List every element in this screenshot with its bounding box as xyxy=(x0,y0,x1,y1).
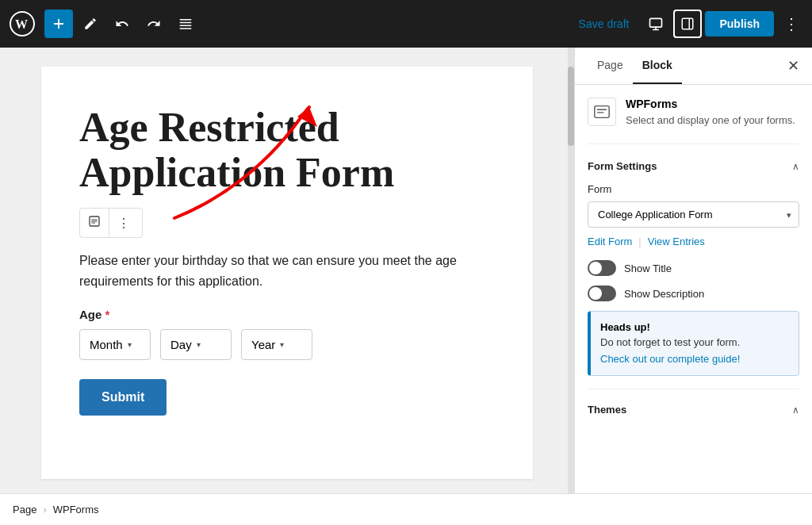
field-label: Age * xyxy=(79,308,495,321)
editor-wrapper: Age Restricted Application Form ⋮ Please… xyxy=(0,48,574,493)
show-description-toggle[interactable] xyxy=(588,285,616,301)
heads-up-text: Do not forget to test your form. xyxy=(600,336,789,348)
heads-up-box: Heads up! Do not forget to test your for… xyxy=(588,311,799,376)
form-select[interactable]: College Application Form xyxy=(588,201,799,228)
undo-button[interactable] xyxy=(108,10,136,38)
form-settings-chevron[interactable]: ∧ xyxy=(792,161,799,172)
block-icon-button[interactable] xyxy=(80,209,109,237)
heads-up-title: Heads up! xyxy=(600,321,789,333)
year-select[interactable]: Year ▾ xyxy=(241,329,312,360)
form-select-wrapper: College Application Form ▾ xyxy=(588,201,799,228)
themes-title: Themes xyxy=(588,404,626,416)
form-field-label: Form xyxy=(588,183,799,195)
list-view-button[interactable] xyxy=(171,10,200,38)
breadcrumb-page: Page xyxy=(13,504,36,515)
wpforms-info: WPForms Select and display one of your f… xyxy=(626,98,795,128)
show-description-row: Show Description xyxy=(588,285,799,301)
show-title-toggle[interactable] xyxy=(588,260,616,276)
redo-button[interactable] xyxy=(140,10,168,38)
page-title: Age Restricted Application Form xyxy=(79,105,495,195)
editor-canvas: Age Restricted Application Form ⋮ Please… xyxy=(41,67,533,479)
tools-button[interactable] xyxy=(76,10,105,38)
svg-rect-2 xyxy=(650,18,662,27)
edit-form-link[interactable]: Edit Form xyxy=(588,236,632,247)
svg-rect-5 xyxy=(595,106,609,118)
tab-page[interactable]: Page xyxy=(588,48,633,84)
tab-block[interactable]: Block xyxy=(633,48,682,84)
svg-rect-3 xyxy=(683,18,694,29)
main-area: Age Restricted Application Form ⋮ Please… xyxy=(0,48,812,493)
wp-logo: W xyxy=(6,8,38,40)
editor-scrollbar-thumb[interactable] xyxy=(568,67,574,146)
form-settings-header: Form Settings ∧ xyxy=(588,157,799,172)
sidebar-close-button[interactable]: ✕ xyxy=(787,48,799,84)
svg-text:W: W xyxy=(15,17,28,31)
sidebar: Page Block ✕ WPForms Select and display … xyxy=(574,48,812,493)
themes-section: Themes ∧ xyxy=(588,389,799,416)
themes-header: Themes ∧ xyxy=(588,400,799,416)
link-separator: | xyxy=(638,236,641,247)
wpforms-icon xyxy=(588,98,616,126)
wpforms-description: Select and display one of your forms. xyxy=(626,113,795,128)
form-links: Edit Form | View Entries xyxy=(588,236,799,247)
form-description: Please enter your birthday so that we ca… xyxy=(79,251,495,291)
submit-button[interactable]: Submit xyxy=(79,379,167,416)
toolbar: W Save draft Publish ⋮ xyxy=(0,0,812,48)
view-button[interactable] xyxy=(642,10,670,38)
sidebar-content: WPForms Select and display one of your f… xyxy=(575,85,812,493)
day-select[interactable]: Day ▾ xyxy=(160,329,232,360)
form-settings-title: Form Settings xyxy=(588,160,657,172)
view-entries-link[interactable]: View Entries xyxy=(648,236,705,247)
sidebar-tabs: Page Block ✕ xyxy=(575,48,812,85)
show-title-thumb xyxy=(589,262,602,274)
block-toolbar: ⋮ xyxy=(79,208,143,238)
breadcrumb-wpforms: WPForms xyxy=(53,504,99,515)
show-description-thumb xyxy=(589,287,602,300)
month-select[interactable]: Month ▾ xyxy=(79,329,151,360)
date-fields: Month ▾ Day ▾ Year ▾ xyxy=(79,329,495,360)
block-more-button[interactable]: ⋮ xyxy=(109,209,138,237)
required-indicator: * xyxy=(105,308,110,321)
breadcrumb-separator: › xyxy=(43,504,46,515)
sidebar-toggle-button[interactable] xyxy=(673,10,702,38)
wpforms-name: WPForms xyxy=(626,98,795,110)
show-title-label: Show Title xyxy=(624,262,672,274)
more-options-button[interactable]: ⋮ xyxy=(777,10,806,38)
complete-guide-link[interactable]: Check out our complete guide! xyxy=(600,353,740,365)
themes-chevron[interactable]: ∧ xyxy=(792,404,799,416)
editor-scrollbar[interactable] xyxy=(568,48,574,493)
publish-button[interactable]: Publish xyxy=(705,11,774,36)
save-draft-button[interactable]: Save draft xyxy=(569,17,639,30)
wpforms-block-info: WPForms Select and display one of your f… xyxy=(588,98,799,128)
add-block-button[interactable] xyxy=(44,10,73,38)
breadcrumb-bar: Page › WPForms xyxy=(0,493,812,525)
editor-area: Age Restricted Application Form ⋮ Please… xyxy=(0,48,574,493)
show-description-label: Show Description xyxy=(624,288,704,300)
show-title-row: Show Title xyxy=(588,260,799,276)
